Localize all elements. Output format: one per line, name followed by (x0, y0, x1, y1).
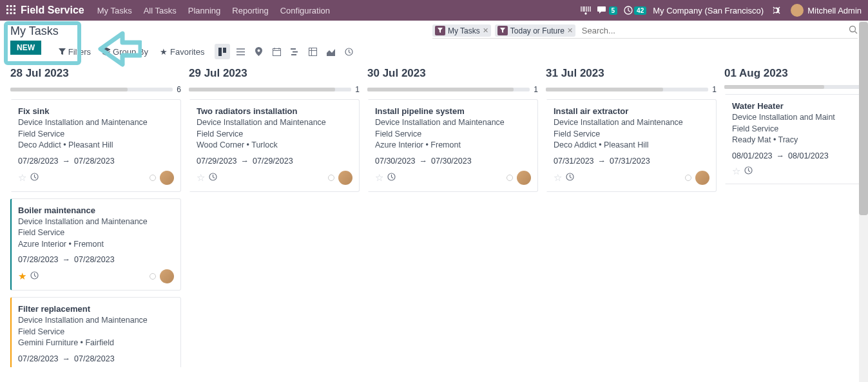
arrow-right-icon: → (241, 157, 249, 166)
search-icon[interactable] (849, 25, 858, 36)
apps-icon[interactable] (6, 5, 15, 16)
view-graph-button[interactable] (323, 44, 338, 59)
clock-icon[interactable] (209, 173, 217, 183)
column-progress: 1 (189, 85, 360, 94)
task-line: Field Service (375, 129, 531, 140)
task-dates: 07/28/2023→07/28/2023 (18, 157, 174, 166)
nav-my-tasks[interactable]: My Tasks (97, 6, 132, 15)
filter-chip-my-tasks[interactable]: My Tasks ✕ (432, 24, 491, 37)
task-line: Field Service (18, 227, 174, 239)
assignee-avatar-icon[interactable] (338, 171, 352, 185)
priority-star-icon[interactable]: ★ (18, 271, 26, 282)
view-pivot-button[interactable] (305, 44, 320, 59)
column-date-header[interactable]: 29 Jul 2023 (189, 67, 360, 80)
search-bar[interactable]: My Tasks ✕ Today or Future ✕ (432, 24, 858, 39)
company-selector[interactable]: My Company (San Francisco) (653, 6, 764, 15)
filters-button[interactable]: Filters (59, 47, 91, 57)
priority-star-icon[interactable]: ☆ (18, 172, 26, 184)
priority-star-icon[interactable]: ☆ (375, 172, 383, 184)
column-date-header[interactable]: 01 Aug 2023 (724, 67, 868, 80)
assignee-avatar-icon[interactable] (160, 269, 174, 283)
task-line: Wood Corner • Turlock (197, 140, 352, 151)
svg-line-50 (213, 177, 215, 178)
task-card[interactable]: Install air extractorDevice Installation… (546, 99, 717, 192)
nav-planning[interactable]: Planning (188, 6, 221, 15)
arrow-right-icon: → (63, 255, 71, 264)
column-date-header[interactable]: 28 Jul 2023 (10, 67, 181, 80)
messaging-icon[interactable]: 5 (597, 6, 618, 15)
column-count: 6 (177, 85, 181, 94)
task-card[interactable]: Two radiators installationDevice Install… (189, 99, 360, 192)
state-dot-icon[interactable] (149, 273, 156, 280)
assignee-avatar-icon[interactable] (695, 171, 709, 185)
state-dot-icon[interactable] (328, 175, 334, 181)
vertical-scrollbar[interactable] (859, 21, 868, 367)
task-card[interactable]: Water HeaterDevice Installation and Main… (724, 94, 868, 184)
priority-star-icon[interactable]: ☆ (732, 166, 740, 177)
chip-close-icon[interactable]: ✕ (567, 26, 573, 35)
state-dot-icon[interactable] (685, 175, 691, 181)
kanban-column: 28 Jul 20236Fix sinkDevice Installation … (10, 67, 181, 367)
task-card[interactable]: Fix sinkDevice Installation and Maintena… (10, 99, 181, 192)
state-dot-icon[interactable] (506, 175, 513, 181)
task-card[interactable]: Boiler maintenanceDevice Installation an… (10, 198, 181, 291)
filter-icon (497, 26, 508, 35)
column-progress: 1 (546, 85, 717, 94)
chip-label: Today or Future (510, 26, 564, 35)
control-panel: My Tasks NEW My Tasks ✕ Today or Future … (0, 21, 868, 59)
activity-icon[interactable]: 42 (624, 6, 646, 15)
assignee-avatar-icon[interactable] (160, 171, 174, 185)
view-kanban-button[interactable] (215, 44, 230, 59)
svg-rect-5 (14, 8, 15, 10)
chip-close-icon[interactable]: ✕ (483, 26, 488, 35)
priority-star-icon[interactable]: ☆ (197, 172, 205, 184)
task-dates: 07/29/2023→07/29/2023 (197, 157, 352, 166)
clock-icon[interactable] (30, 271, 39, 282)
app-brand[interactable]: Field Service (21, 5, 84, 16)
user-avatar-icon (791, 4, 804, 17)
svg-line-59 (749, 171, 751, 172)
task-title: Water Heater (732, 101, 868, 111)
task-card[interactable]: Install pipeline systemDevice Installati… (367, 99, 538, 192)
view-calendar-button[interactable] (269, 44, 284, 59)
kanban-column: 01 Aug 2023Water HeaterDevice Installati… (724, 67, 868, 191)
favorites-button[interactable]: ★ Favorites (160, 47, 204, 57)
svg-line-41 (35, 177, 37, 178)
view-list-button[interactable] (233, 44, 248, 59)
state-dot-icon[interactable] (149, 175, 156, 181)
svg-line-18 (628, 11, 630, 12)
kanban-column: 30 Jul 20231Install pipeline systemDevic… (367, 67, 538, 198)
view-gantt-button[interactable] (287, 44, 302, 59)
column-date-header[interactable]: 31 Jul 2023 (546, 67, 717, 80)
kanban-board: 28 Jul 20236Fix sinkDevice Installation … (0, 59, 868, 367)
nav-all-tasks[interactable]: All Tasks (144, 6, 177, 15)
svg-line-44 (35, 276, 37, 277)
clock-icon[interactable] (566, 173, 574, 183)
user-name: Mitchell Admin (807, 6, 862, 15)
column-date-header[interactable]: 30 Jul 2023 (367, 67, 538, 80)
task-line: Field Service (732, 124, 868, 135)
clock-icon[interactable] (387, 173, 396, 183)
task-line: Device Installation and Maintenance (18, 315, 174, 327)
task-card[interactable]: Filter replacementDevice Installation an… (10, 297, 181, 367)
task-line: Device Installation and Maintenance (375, 117, 531, 129)
view-map-button[interactable] (251, 44, 266, 59)
task-line: Field Service (18, 327, 174, 338)
debug-icon[interactable] (770, 5, 780, 15)
barcode-icon[interactable] (581, 6, 591, 15)
nav-reporting[interactable]: Reporting (232, 6, 268, 15)
assignee-avatar-icon[interactable] (517, 171, 531, 185)
nav-configuration[interactable]: Configuration (280, 6, 330, 15)
column-progress: 6 (10, 85, 181, 94)
task-title: Install pipeline system (375, 106, 531, 116)
view-activity-button[interactable] (341, 44, 356, 59)
filter-chip-today-future[interactable]: Today or Future ✕ (495, 24, 575, 37)
clock-icon[interactable] (30, 173, 39, 183)
star-icon: ★ (160, 47, 168, 57)
user-menu[interactable]: Mitchell Admin (787, 4, 862, 17)
new-button[interactable]: NEW (10, 41, 41, 55)
search-input[interactable] (579, 24, 845, 37)
task-line: Field Service (197, 129, 352, 140)
clock-icon[interactable] (744, 166, 753, 177)
priority-star-icon[interactable]: ☆ (554, 172, 562, 184)
